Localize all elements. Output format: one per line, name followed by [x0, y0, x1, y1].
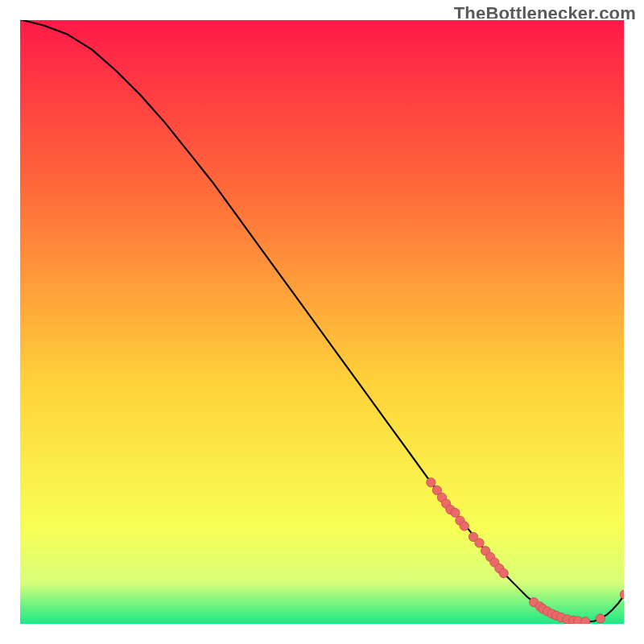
series-overlay — [19, 19, 625, 625]
curve-marker — [475, 539, 484, 547]
bottleneck-curve-line — [19, 19, 625, 621]
curve-marker — [451, 508, 460, 517]
curve-marker — [620, 590, 625, 599]
curve-marker — [427, 478, 436, 487]
plot-area — [19, 19, 625, 625]
curve-markers — [427, 478, 625, 625]
attribution-label: TheBottlenecker.com — [454, 3, 636, 24]
curve-marker — [460, 522, 469, 530]
curve-marker — [499, 568, 508, 577]
curve-marker — [596, 614, 605, 623]
curve-marker — [580, 617, 589, 625]
chart-container: TheBottlenecker.com — [0, 0, 644, 644]
